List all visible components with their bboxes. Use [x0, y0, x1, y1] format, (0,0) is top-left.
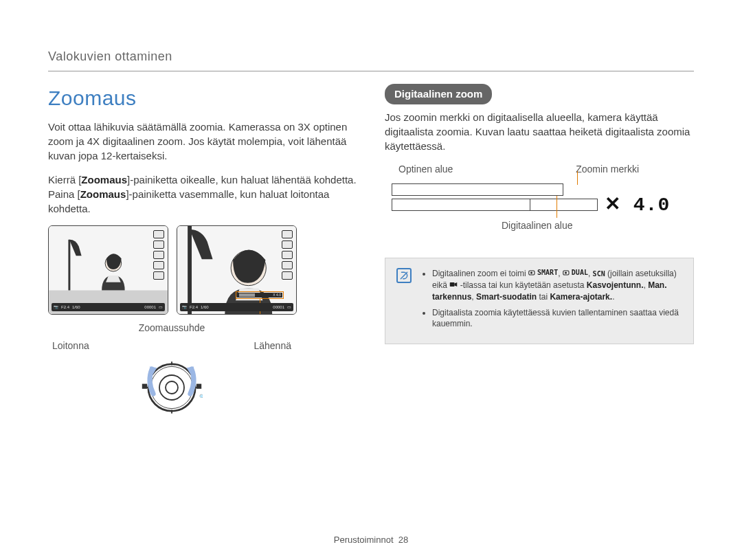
callout-line [577, 171, 578, 185]
footer-chapter: Perustoiminnot [334, 535, 394, 545]
svg-rect-24 [450, 282, 455, 287]
zoom-multiplier: ✕ 4.0 [605, 190, 670, 219]
quality-icon [282, 251, 293, 259]
zoom-marker-label: Zoomin merkki [576, 163, 639, 177]
section-title: Valokuvien ottaminen [48, 48, 694, 65]
page-footer: Perustoiminnot 28 [0, 534, 742, 546]
footer-page-number: 28 [398, 535, 408, 545]
camera-icon: 📷 [54, 304, 58, 310]
dial-label-in: Lähennä [254, 339, 291, 353]
intro-paragraph-1: Voit ottaa lähikuvia säätämällä zoomia. … [48, 120, 357, 163]
mode-movie-icon [449, 281, 458, 288]
preview-zoom: X 4.0 📷 F2.4 1/60 00001 ▭ [177, 225, 297, 315]
flash-icon [282, 271, 293, 280]
right-column: Digitaalinen zoom Jos zoomin merkki on d… [385, 84, 694, 418]
intro-paragraph-2: Kierrä [Zoomaus]-painiketta oikealle, ku… [48, 172, 357, 216]
svg-point-21 [530, 272, 532, 274]
digital-zoom-paragraph: Jos zoomin merkki on digitaalisella alue… [385, 110, 694, 153]
counter-value: 00001 [273, 304, 284, 310]
zoom-multiplier-value: 4.0 [633, 194, 670, 216]
text: , [558, 269, 563, 278]
storage-icon: ▭ [287, 304, 291, 310]
zoom-ratio-label: Zoomaussuhde [48, 322, 295, 335]
optical-range-bar [392, 183, 563, 196]
optical-range-label: Optinen alue [398, 163, 453, 177]
svg-marker-25 [455, 282, 458, 287]
resolution-icon [153, 240, 164, 249]
zoom-dial-diagram: Zoomaussuhde Loitonna Lähennä [48, 322, 295, 418]
battery-icon [153, 230, 164, 238]
quality-icon [153, 251, 164, 259]
digital-range-label: Digitaalinen alue [502, 219, 573, 233]
zoom-dial-icon: 🔍 [141, 357, 203, 418]
note-item-1: Digitaalinen zoom ei toimi SMART, DUAL, … [432, 268, 682, 302]
preview-wide-sidebar-icons [153, 230, 165, 310]
text: tai [539, 292, 550, 302]
range-divider [530, 199, 530, 210]
section-rule [48, 71, 694, 71]
note-icon [396, 268, 412, 283]
setting-face-detect: Kasvojentunn. [587, 280, 644, 290]
zoom-ratio-indicator: X 4.0 [236, 291, 284, 299]
page-title: Zoomaus [48, 84, 357, 113]
full-range-bar [392, 199, 598, 211]
af-icon [282, 261, 293, 269]
note-box: Digitaalinen zoom ei toimi SMART, DUAL, … [385, 258, 694, 344]
zoom-button-ref-2: Zoomaus [80, 188, 126, 200]
text: . [612, 292, 614, 302]
zoom-scale-diagram: Optinen alue Zoomin merkki ✕ 4.0 Digitaa… [385, 163, 694, 245]
svg-rect-18 [196, 384, 201, 389]
left-column: Zoomaus Voit ottaa lähikuvia säätämällä … [48, 84, 357, 418]
resolution-icon [282, 240, 293, 249]
flash-icon [153, 271, 164, 280]
shutter-value: 1/60 [72, 304, 80, 310]
note-item-2: Digitaalista zoomia käytettäessä kuvien … [432, 307, 682, 331]
preview-zoom-statusbar: 📷 F2.4 1/60 00001 ▭ [180, 303, 293, 311]
setting-smart-filter: Smart-suodatin [476, 292, 537, 302]
zoom-button-ref-1: Zoomaus [81, 174, 127, 186]
svg-point-7 [148, 364, 195, 411]
shutter-value: 1/60 [201, 304, 209, 310]
text: Kierrä [ [48, 174, 81, 186]
af-icon [153, 261, 164, 269]
preview-zoom-illustration [177, 226, 296, 314]
dial-label-out: Loitonna [52, 339, 89, 353]
camera-icon: 📷 [182, 304, 187, 310]
mode-scn-icon: SCN [593, 269, 605, 279]
camera-previews: 📷 F2.4 1/60 00001 ▭ [48, 225, 357, 315]
zoom-ratio-value: X 4.0 [273, 293, 281, 298]
preview-wide-statusbar: 📷 F2.4 1/60 00001 ▭ [52, 303, 165, 311]
text: Digitaalinen zoom ei toimi [432, 269, 528, 278]
subsection-pill: Digitaalinen zoom [385, 84, 492, 104]
aperture-value: F2.4 [61, 304, 69, 310]
battery-icon [282, 230, 293, 238]
svg-text:🔍: 🔍 [199, 394, 203, 401]
mode-dual-icon: DUAL [563, 268, 588, 278]
storage-icon: ▭ [159, 304, 163, 310]
text: -tilassa tai kun käytetään asetusta [460, 280, 587, 290]
zoom-marker-line [556, 196, 557, 218]
counter-value: 00001 [144, 304, 156, 310]
preview-wide: 📷 F2.4 1/60 00001 ▭ [48, 225, 168, 315]
text: , [588, 269, 593, 278]
svg-point-23 [565, 272, 567, 274]
svg-rect-17 [142, 384, 147, 389]
mode-smart-icon: SMART [528, 268, 558, 278]
setting-tracking-af: Kamera-ajotark. [550, 292, 612, 302]
aperture-value: F2.4 [190, 304, 198, 310]
manual-page: Valokuvien ottaminen Zoomaus Voit ottaa … [48, 48, 694, 533]
preview-wide-illustration [49, 226, 168, 314]
